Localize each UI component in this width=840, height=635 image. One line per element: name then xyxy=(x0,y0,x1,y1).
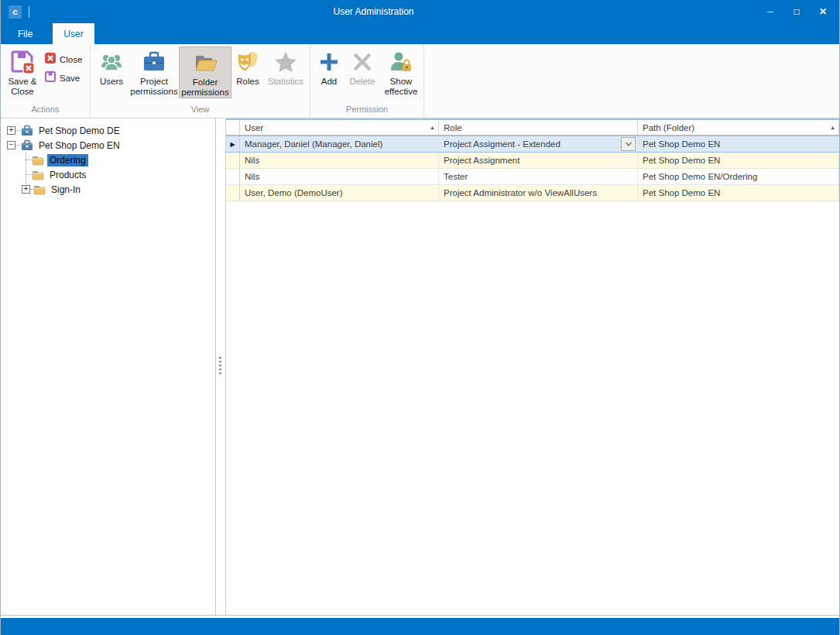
role-cell[interactable]: Project Assigment - Extended xyxy=(439,136,638,152)
table-row[interactable]: Nils Project Assignment Pet Shop Demo EN xyxy=(226,153,839,169)
tab-user[interactable]: User xyxy=(53,23,94,44)
row-indicator-cell xyxy=(226,169,240,184)
save-close-label: Save & Close xyxy=(4,77,41,97)
save-close-button[interactable]: Save & Close xyxy=(4,46,41,97)
close-red-icon xyxy=(44,52,57,67)
path-cell: Pet Shop Demo EN xyxy=(638,153,839,168)
sort-asc-icon: ▲ xyxy=(830,125,835,130)
folder-tree: + Pet Shop Demo DE − xyxy=(1,118,216,615)
users-button[interactable]: Users xyxy=(94,46,129,87)
star-icon xyxy=(273,49,298,75)
tree-item-ordering[interactable]: Ordering xyxy=(1,153,215,167)
column-header-user[interactable]: User ▲ xyxy=(240,120,439,135)
show-effective-button[interactable]: Show effective xyxy=(380,46,422,97)
close-icon: ✕ xyxy=(819,6,827,17)
save-icon xyxy=(44,70,57,86)
statistics-button: Statistics xyxy=(264,46,307,87)
view-group-body: Users Project permissions xyxy=(91,44,310,105)
show-effective-label: Show effective xyxy=(380,77,422,97)
indicator-header-cell xyxy=(226,120,240,135)
save-button[interactable]: Save xyxy=(44,70,82,87)
close-label: Close xyxy=(60,55,82,65)
actions-small-buttons: Close Save xyxy=(44,51,82,88)
group-label-view: View xyxy=(91,105,310,118)
expander-plus-icon[interactable]: + xyxy=(22,185,30,194)
maximize-button[interactable]: □ xyxy=(783,0,810,23)
tree-item-pet-shop-demo-de[interactable]: + Pet Shop Demo DE xyxy=(1,123,215,138)
minimize-icon: ─ xyxy=(767,7,773,16)
tree-connector xyxy=(15,130,21,131)
maximize-icon: □ xyxy=(794,6,799,17)
role-cell: Project Assignment xyxy=(439,153,638,168)
column-header-role[interactable]: Role xyxy=(439,120,638,135)
close-window-button[interactable]: ✕ xyxy=(810,0,836,23)
tree-item-label: Pet Shop Demo DE xyxy=(36,125,122,137)
splitter[interactable] xyxy=(216,118,225,615)
actions-group-body: Save & Close Close xyxy=(1,44,90,105)
tree-item-sign-in[interactable]: + Sign-In xyxy=(1,182,215,197)
folder-icon xyxy=(32,169,44,181)
tree-item-label: Sign-In xyxy=(49,184,83,196)
delete-x-icon xyxy=(350,49,375,75)
row-indicator-cell xyxy=(226,185,240,201)
masks-icon xyxy=(235,49,260,75)
tab-file[interactable]: File xyxy=(7,23,43,44)
chevron-down-icon xyxy=(625,141,633,147)
row-indicator-cell: ▶ xyxy=(226,136,240,152)
table-row[interactable]: User, Demo (DemoUser) Project Administra… xyxy=(226,185,839,201)
table-row[interactable]: ▶ Manager, Daniel (Manager, Daniel) Proj… xyxy=(226,136,839,153)
close-button[interactable]: Close xyxy=(44,51,82,68)
user-cell: Nils xyxy=(240,153,439,168)
column-label: Path (Folder) xyxy=(643,123,694,132)
grid-header-row: User ▲ Role Path (Folder) ▲ xyxy=(226,120,839,136)
role-value: Project Assigment - Extended xyxy=(444,139,561,149)
ribbon-group-actions: Save & Close Close xyxy=(1,44,91,118)
tree-item-label: Pet Shop Demo EN xyxy=(36,139,122,152)
add-label: Add xyxy=(321,77,337,87)
project-permissions-label: Project permissions xyxy=(129,77,179,97)
splitter-grip-icon xyxy=(219,357,221,376)
column-label: User xyxy=(245,123,263,132)
window-title: User Administration xyxy=(1,6,746,17)
path-cell: Pet Shop Demo EN/Ordering xyxy=(638,169,839,184)
save-close-icon xyxy=(10,49,35,75)
users-label: Users xyxy=(100,77,123,87)
delete-button: Delete xyxy=(345,46,380,87)
expander-plus-icon[interactable]: + xyxy=(7,126,15,135)
tree-item-label: Ordering xyxy=(47,154,88,166)
column-header-path[interactable]: Path (Folder) ▲ xyxy=(638,120,839,135)
row-indicator-cell xyxy=(226,153,240,168)
roles-label: Roles xyxy=(236,77,259,87)
open-folder-icon xyxy=(193,50,218,76)
role-dropdown-button[interactable] xyxy=(621,137,636,151)
ribbon-group-permission: Add Delete xyxy=(310,44,424,118)
permission-group-body: Add Delete xyxy=(310,44,423,105)
person-lock-icon xyxy=(389,49,413,75)
tree-item-pet-shop-demo-en[interactable]: − Pet Shop Demo EN xyxy=(1,138,215,153)
project-icon xyxy=(21,125,33,137)
main-area: + Pet Shop Demo DE − xyxy=(1,118,839,615)
add-button[interactable]: Add xyxy=(314,46,345,87)
roles-button[interactable]: Roles xyxy=(231,46,264,87)
window-controls: ─ □ ✕ xyxy=(757,0,836,23)
app-window: c User Administration ─ □ ✕ File User xyxy=(0,0,840,635)
tree-connector xyxy=(26,160,32,160)
tree-connector xyxy=(15,145,21,146)
folder-permissions-button[interactable]: Folder permissions xyxy=(179,46,231,98)
column-label: Role xyxy=(444,123,462,132)
delete-label: Delete xyxy=(349,77,375,87)
role-cell: Tester xyxy=(439,169,638,184)
project-icon xyxy=(21,139,33,152)
sort-asc-icon: ▲ xyxy=(430,125,435,130)
permissions-grid: User ▲ Role Path (Folder) ▲ ▶ Manager, D… xyxy=(225,118,839,615)
project-permissions-button[interactable]: Project permissions xyxy=(129,46,179,97)
group-label-actions: Actions xyxy=(1,105,90,118)
minimize-button[interactable]: ─ xyxy=(757,0,783,23)
row-indicator-icon: ▶ xyxy=(230,141,235,148)
table-row[interactable]: Nils Tester Pet Shop Demo EN/Ordering xyxy=(226,169,839,185)
path-cell: Pet Shop Demo EN xyxy=(638,136,839,152)
users-icon xyxy=(99,49,124,75)
expander-minus-icon[interactable]: − xyxy=(7,141,15,149)
title-bar: c User Administration ─ □ ✕ xyxy=(1,0,839,23)
tree-item-products[interactable]: Products xyxy=(1,167,215,182)
